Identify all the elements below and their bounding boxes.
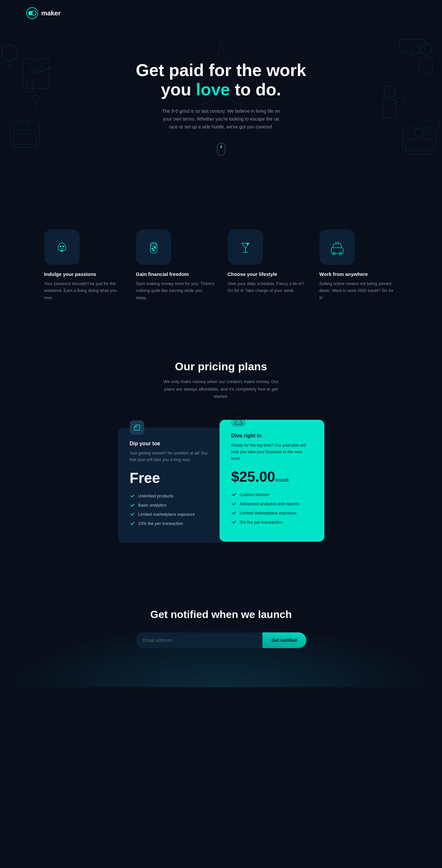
- check-icon: [231, 519, 236, 525]
- free-plan-name: Dip your toe: [130, 441, 211, 446]
- svg-point-29: [154, 247, 156, 249]
- free-feature-4: 10% fee per transaction: [130, 521, 211, 526]
- feature-passions-desc: Your passions shouldn't be just for the …: [44, 280, 123, 301]
- svg-rect-23: [53, 238, 71, 256]
- svg-rect-5: [23, 59, 49, 89]
- svg-rect-21: [406, 139, 432, 154]
- pricing-subtitle: We only make money when our creators mak…: [159, 378, 283, 400]
- feature-anywhere-desc: Selling online means not being pinned do…: [319, 280, 398, 301]
- check-icon: [231, 510, 236, 516]
- anywhere-icon: [328, 238, 346, 256]
- hero-subtext: The 9-5 grind is so last century. We bel…: [159, 107, 283, 131]
- free-plan-desc: Just getting started? No problem at all!…: [130, 450, 211, 463]
- svg-point-25: [62, 246, 64, 247]
- notify-bg-gradient: [0, 622, 442, 687]
- check-icon: [130, 512, 135, 517]
- svg-rect-12: [13, 134, 36, 148]
- paid-feature-3: Limited marketplace exposure: [231, 510, 313, 516]
- email-input[interactable]: [136, 632, 262, 648]
- notify-section: Get notified when we launch Get notified: [0, 576, 442, 687]
- check-icon: [130, 502, 135, 507]
- pricing-card-free: Dip your toe Just getting started? No pr…: [118, 428, 223, 543]
- hero-content: Get paid for the work you love to do. Th…: [136, 61, 306, 156]
- logo-icon: [26, 7, 38, 19]
- svg-point-11: [21, 122, 29, 130]
- financial-icon: [145, 238, 163, 256]
- feature-passions-icon-box: [44, 229, 80, 265]
- feature-lifestyle-desc: Own your daily schedule. Fancy a lie-in?…: [228, 280, 306, 294]
- svg-point-3: [2, 44, 18, 60]
- pricing-title: Our pricing plans: [26, 360, 416, 373]
- svg-rect-31: [236, 238, 255, 256]
- paid-feature-2: Advanced analytics and reports: [231, 501, 313, 506]
- svg-point-18: [394, 98, 405, 105]
- features-section: Indulge your passions Your passions shou…: [0, 196, 442, 334]
- svg-point-34: [247, 243, 249, 245]
- feature-anywhere: Work from anywhere Selling online means …: [319, 229, 398, 301]
- price-month: /month: [275, 477, 289, 483]
- free-feature-2: Basic analytics: [130, 502, 211, 507]
- check-icon: [130, 521, 135, 526]
- paid-feature-4: 5% fee per transaction: [231, 519, 313, 525]
- svg-rect-41: [231, 412, 246, 427]
- free-feature-3: Limited marketplace exposure: [130, 512, 211, 517]
- svg-rect-40: [130, 421, 144, 435]
- hero-heading: Get paid for the work you love to do.: [136, 61, 306, 100]
- svg-rect-15: [400, 39, 425, 53]
- free-price: Free: [130, 471, 211, 485]
- feature-lifestyle-icon-box: [228, 229, 263, 265]
- navbar: maker: [0, 0, 442, 26]
- svg-point-24: [60, 246, 61, 247]
- feature-financial: Gain financial freedom Start making mone…: [136, 229, 215, 301]
- svg-rect-26: [145, 238, 163, 256]
- feature-financial-icon-box: [136, 229, 171, 265]
- svg-rect-14: [419, 57, 432, 74]
- passions-icon: [53, 238, 71, 256]
- feature-lifestyle: Choose your lifestyle Own your daily sch…: [228, 229, 306, 301]
- svg-rect-17: [383, 100, 396, 118]
- lifestyle-icon: [236, 238, 255, 256]
- feature-lifestyle-title: Choose your lifestyle: [228, 271, 306, 277]
- hero-section: Get paid for the work you love to do. Th…: [0, 26, 442, 196]
- feature-financial-desc: Start making money work for you. There's…: [136, 280, 215, 301]
- paid-plan-icon: [231, 412, 246, 427]
- paid-feature-1: Custom domain: [231, 492, 313, 497]
- check-icon: [231, 501, 236, 506]
- pricing-card-paid: Dive right in Ready for the big time? Ou…: [220, 420, 324, 541]
- svg-point-16: [384, 86, 396, 98]
- logo: maker: [26, 7, 61, 19]
- feature-financial-title: Gain financial freedom: [136, 271, 215, 277]
- feature-anywhere-title: Work from anywhere: [319, 271, 398, 277]
- pricing-cards: Dip your toe Just getting started? No pr…: [26, 420, 416, 543]
- check-icon: [130, 493, 135, 498]
- free-feature-list: Unlimited products Basic analytics Limit…: [130, 493, 211, 526]
- svg-point-30: [153, 249, 155, 251]
- feature-anywhere-icon-box: [319, 229, 355, 265]
- pricing-section: Our pricing plans We only make money whe…: [0, 334, 442, 576]
- free-plan-icon: [130, 421, 144, 435]
- logo-text: maker: [41, 9, 61, 17]
- notify-title: Get notified when we launch: [26, 609, 416, 621]
- notify-form: Get notified: [136, 632, 306, 648]
- svg-point-28: [151, 248, 153, 250]
- svg-rect-10: [10, 121, 39, 144]
- get-notified-button[interactable]: Get notified: [262, 632, 306, 648]
- paid-price: $25.00/month: [231, 470, 313, 484]
- feature-passions-title: Indulge your passions: [44, 271, 123, 277]
- feature-passions: Indulge your passions Your passions shou…: [44, 229, 123, 301]
- svg-point-6: [31, 61, 41, 70]
- paid-plan-desc: Ready for the big time? Our paid plan wi…: [231, 442, 313, 462]
- svg-rect-8: [26, 82, 33, 92]
- svg-rect-22: [425, 121, 439, 133]
- free-feature-1: Unlimited products: [130, 493, 211, 498]
- svg-point-20: [415, 128, 423, 137]
- paid-feature-list: Custom domain Advanced analytics and rep…: [231, 492, 313, 525]
- scroll-indicator: [217, 143, 225, 156]
- check-icon: [231, 492, 236, 497]
- paid-plan-name: Dive right in: [231, 433, 313, 439]
